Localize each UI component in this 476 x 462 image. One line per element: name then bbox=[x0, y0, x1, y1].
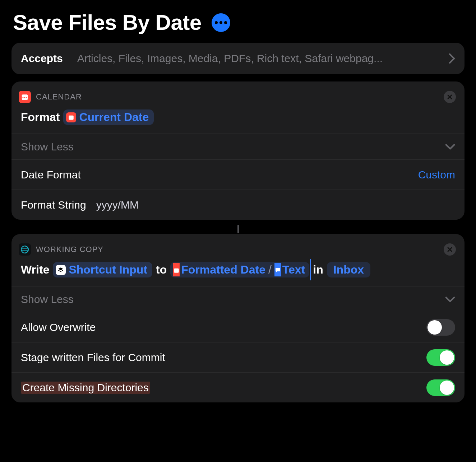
show-less-label: Show Less bbox=[21, 141, 74, 153]
action-verb: Write bbox=[21, 263, 49, 276]
action-summary: Format Current Date bbox=[11, 107, 465, 134]
option-value[interactable]: yyyy/MM bbox=[96, 199, 139, 211]
svg-rect-4 bbox=[26, 97, 27, 98]
ellipsis-icon bbox=[219, 21, 222, 24]
option-label: Create Missing Directories bbox=[21, 382, 150, 394]
option-label: Allow Overwrite bbox=[21, 321, 96, 333]
action-word: to bbox=[156, 263, 167, 276]
action-app-name: CALENDAR bbox=[36, 92, 82, 102]
chevron-right-icon bbox=[449, 53, 455, 64]
svg-rect-7 bbox=[174, 269, 179, 273]
accepts-label: Accepts bbox=[21, 52, 63, 65]
path-separator: / bbox=[267, 263, 273, 276]
show-less-row[interactable]: Show Less bbox=[11, 134, 465, 159]
toggle-stage-files[interactable] bbox=[426, 349, 455, 366]
token-label: Current Date bbox=[79, 111, 149, 124]
action-word: in bbox=[313, 263, 323, 276]
remove-action-button[interactable] bbox=[444, 243, 456, 256]
action-summary: Write Shortcut Input to Formatted Date /… bbox=[11, 259, 465, 286]
working-copy-app-icon bbox=[19, 243, 31, 256]
option-label: Date Format bbox=[21, 169, 81, 181]
svg-rect-1 bbox=[22, 95, 28, 97]
token-label: Shortcut Input bbox=[69, 263, 147, 276]
layers-icon bbox=[56, 265, 66, 275]
text-icon bbox=[274, 263, 281, 276]
svg-rect-2 bbox=[23, 97, 24, 98]
insertion-caret[interactable] bbox=[11, 227, 465, 234]
token-path[interactable]: Formatted Date / Text bbox=[170, 262, 309, 277]
remove-action-button[interactable] bbox=[444, 91, 456, 103]
option-value[interactable]: Custom bbox=[418, 169, 455, 181]
token-repo[interactable]: Inbox bbox=[327, 262, 370, 277]
show-less-row[interactable]: Show Less bbox=[11, 286, 465, 312]
option-stage-files: Stage written Files for Commit bbox=[11, 342, 465, 372]
action-app-name: WORKING COPY bbox=[36, 245, 103, 254]
page-title: Save Files By Date bbox=[13, 10, 202, 35]
action-card-working-copy: WORKING COPY Write Shortcut Input to For… bbox=[11, 234, 465, 402]
option-label: Format String bbox=[21, 199, 86, 211]
token-label: Formatted Date bbox=[181, 263, 265, 276]
token-label: Inbox bbox=[333, 263, 364, 276]
calendar-icon bbox=[66, 112, 76, 122]
option-label: Stage written Files for Commit bbox=[21, 351, 165, 364]
token-current-date[interactable]: Current Date bbox=[63, 109, 154, 125]
svg-rect-3 bbox=[24, 97, 25, 98]
option-format-string[interactable]: Format String yyyy/MM bbox=[11, 190, 465, 220]
token-label: Text bbox=[282, 263, 305, 276]
chevron-down-icon bbox=[445, 296, 455, 303]
more-button[interactable] bbox=[212, 13, 230, 32]
action-verb: Format bbox=[21, 111, 60, 124]
option-create-dirs: Create Missing Directories bbox=[11, 372, 465, 402]
accepts-value: Articles, Files, Images, Media, PDFs, Ri… bbox=[77, 52, 449, 65]
toggle-allow-overwrite[interactable] bbox=[426, 319, 455, 336]
token-shortcut-input[interactable]: Shortcut Input bbox=[53, 262, 152, 277]
option-date-format[interactable]: Date Format Custom bbox=[11, 159, 465, 190]
chevron-down-icon bbox=[445, 144, 455, 150]
text-cursor-icon bbox=[310, 259, 311, 280]
option-allow-overwrite: Allow Overwrite bbox=[11, 312, 465, 342]
ellipsis-icon bbox=[215, 21, 218, 24]
ellipsis-icon bbox=[224, 21, 227, 24]
accepts-card[interactable]: Accepts Articles, Files, Images, Media, … bbox=[11, 43, 465, 74]
svg-rect-5 bbox=[69, 115, 74, 120]
show-less-label: Show Less bbox=[21, 293, 74, 305]
calendar-icon bbox=[173, 263, 180, 276]
action-card-calendar: CALENDAR Format Current Date Show Less bbox=[11, 81, 465, 220]
toggle-create-dirs[interactable] bbox=[426, 379, 455, 396]
calendar-app-icon bbox=[19, 91, 31, 103]
